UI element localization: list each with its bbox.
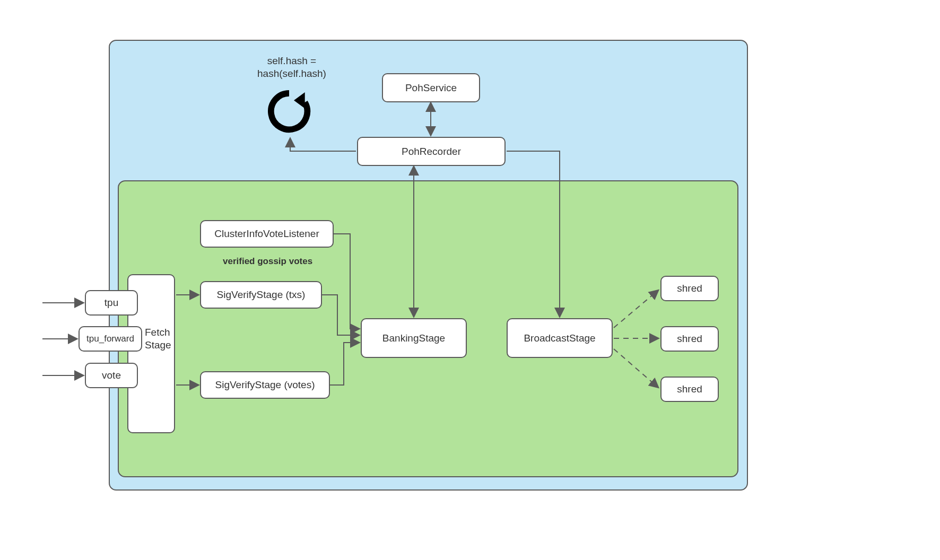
tpu-input-node: tpu [85, 290, 138, 316]
banking-stage-node: BankingStage [361, 318, 467, 358]
sigverify-txs-node: SigVerifyStage (txs) [200, 281, 322, 309]
vote-input-node: vote [85, 363, 138, 388]
svg-marker-0 [294, 92, 305, 109]
sigverify-votes-node: SigVerifyStage (votes) [200, 371, 330, 399]
poh-recorder-node: PohRecorder [357, 137, 506, 166]
diagram-root: self.hash = hash(self.hash) PohService P… [0, 0, 940, 560]
shred-node-3: shred [660, 377, 719, 402]
cycle-icon [265, 88, 313, 135]
cluster-info-vote-listener-node: ClusterInfoVoteListener [200, 220, 334, 248]
shred-node-1: shred [660, 276, 719, 301]
gossip-votes-label: verified gossip votes [223, 256, 312, 267]
broadcast-stage-node: BroadcastStage [507, 318, 613, 358]
fetch-stage-label: Fetch Stage [145, 326, 171, 352]
shred-node-2: shred [660, 326, 719, 352]
poh-service-node: PohService [382, 73, 480, 102]
hash-loop-label: self.hash = hash(self.hash) [239, 55, 345, 80]
tpu-forward-input-node: tpu_forward [79, 326, 142, 352]
